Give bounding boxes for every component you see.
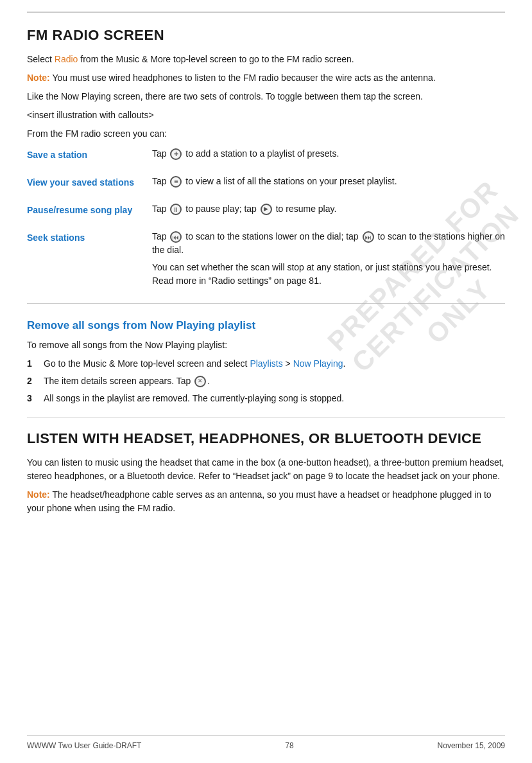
step-2-text: The item details screen appears. Tap . [44, 374, 210, 388]
step-1-text: Go to the Music & More top-level screen … [44, 357, 345, 371]
save-desc: Tap to add a station to a playlist of pr… [152, 147, 505, 161]
step-num-3: 3 [27, 392, 40, 405]
feature-label-seek: Seek stations [27, 230, 152, 245]
step-3: 3 All songs in the playlist are removed.… [27, 392, 505, 405]
feature-desc-view: Tap to view a list of all the stations o… [152, 175, 505, 192]
remove-songs-title: Remove all songs from Now Playing playli… [27, 319, 505, 332]
fm-radio-para3: <insert illustration with callouts> [27, 109, 505, 122]
list-icon [170, 176, 182, 188]
feature-row-view: View your saved stations Tap to view a l… [27, 175, 505, 192]
step-num-1: 1 [27, 357, 40, 371]
fm-radio-intro-1: Select Radio from the Music & More top-l… [27, 53, 505, 66]
intro-text-before: Select [27, 54, 55, 64]
headset-note-text: The headset/headphone cable serves as an… [27, 489, 492, 513]
intro-text-after: from the Music & More top-level screen t… [78, 54, 354, 64]
headset-para1: You can listen to music using the headse… [27, 456, 505, 483]
prev-icon [170, 231, 182, 243]
page-container: PREPARED FORCERTIFICATIONONLY FM RADIO S… [0, 0, 532, 763]
note-text-1: You must use wired headphones to listen … [50, 73, 436, 83]
step-3-text: All songs in the playlist are removed. T… [44, 392, 344, 405]
playlists-link: Playlists [250, 358, 282, 369]
view-desc: Tap to view a list of all the stations o… [152, 175, 505, 188]
footer-page-number: 78 [285, 741, 293, 750]
remove-songs-intro: To remove all songs from the Now Playing… [27, 338, 505, 352]
note-label-1: Note: [27, 73, 50, 83]
add-icon [170, 148, 182, 160]
feature-label-save: Save a station [27, 147, 152, 162]
radio-link: Radio [55, 54, 78, 64]
fm-radio-section: FM RADIO SCREEN Select Radio from the Mu… [27, 27, 505, 292]
top-border [27, 12, 505, 13]
feature-label-pause: Pause/resume song play [27, 202, 152, 217]
feature-row-save: Save a station Tap to add a station to a… [27, 147, 505, 164]
fm-radio-title: FM RADIO SCREEN [27, 27, 505, 44]
section-divider-1 [27, 303, 505, 304]
seek-desc-2: You can set whether the scan will stop a… [152, 261, 505, 288]
section-divider-2 [27, 417, 505, 417]
feature-desc-pause: Tap to pause play; tap to resume play. [152, 202, 505, 220]
feature-row-pause: Pause/resume song play Tap to pause play… [27, 202, 505, 220]
remove-songs-section: Remove all songs from Now Playing playli… [27, 319, 505, 405]
feature-desc-save: Tap to add a station to a playlist of pr… [152, 147, 505, 164]
headset-section: LISTEN WITH HEADSET, HEADPHONES, OR BLUE… [27, 430, 505, 515]
step-2: 2 The item details screen appears. Tap . [27, 374, 505, 388]
fm-radio-para2: Like the Now Playing screen, there are t… [27, 90, 505, 103]
feature-row-seek: Seek stations Tap to scan to the station… [27, 230, 505, 292]
headset-title: LISTEN WITH HEADSET, HEADPHONES, OR BLUE… [27, 430, 505, 447]
headset-note: Note: The headset/headphone cable serves… [27, 488, 505, 515]
headset-note-label: Note: [27, 489, 50, 500]
seek-desc-1: Tap to scan to the stations lower on the… [152, 230, 505, 257]
fm-radio-para4: From the FM radio screen you can: [27, 127, 505, 141]
footer: WWWW Two User Guide-DRAFT 78 November 15… [27, 735, 505, 750]
pause-icon [170, 204, 182, 215]
fm-radio-note: Note: You must use wired headphones to l… [27, 71, 505, 85]
footer-right: November 15, 2009 [438, 741, 505, 750]
features-table: Save a station Tap to add a station to a… [27, 147, 505, 292]
feature-label-view: View your saved stations [27, 175, 152, 189]
steps-list: 1 Go to the Music & More top-level scree… [27, 357, 505, 405]
next-icon [363, 231, 374, 243]
x-icon [194, 376, 206, 387]
pause-desc: Tap to pause play; tap to resume play. [152, 202, 505, 216]
now-playing-link: Now Playing [293, 358, 343, 369]
step-num-2: 2 [27, 374, 40, 388]
step-1: 1 Go to the Music & More top-level scree… [27, 357, 505, 371]
play-icon [261, 204, 272, 215]
footer-left: WWWW Two User Guide-DRAFT [27, 741, 141, 750]
feature-desc-seek: Tap to scan to the stations lower on the… [152, 230, 505, 292]
